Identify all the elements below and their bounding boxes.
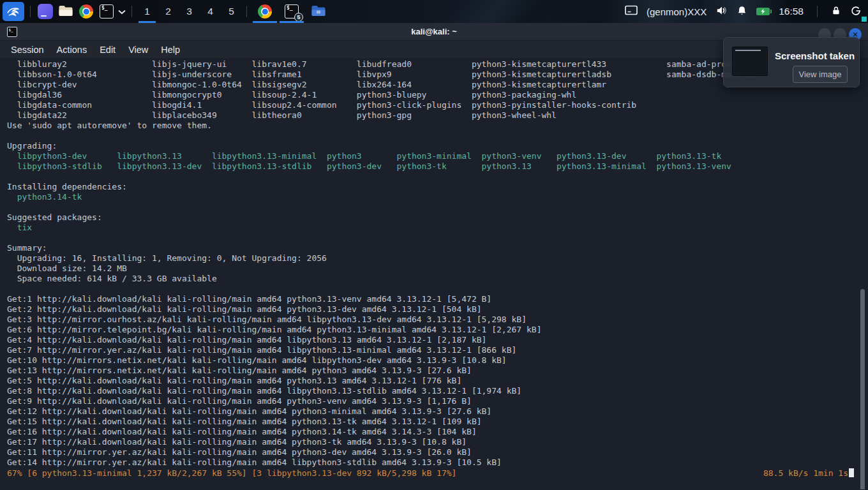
terminal-line: Get:11 http://mirror.yer.az/kali kali-ro… (0, 447, 868, 457)
terminal-line: Get:7 http://mirror.yer.az/kali kali-rol… (0, 345, 868, 355)
panel-right: (genmon)XXX 16:58 (625, 0, 868, 23)
menu-edit[interactable]: Edit (94, 43, 121, 57)
panel-separator (30, 6, 31, 17)
terminal-lines: libbluray2 libjs-jquery-ui librav1e0.7 l… (0, 59, 868, 468)
terminal-line: libgdal36 libmongocrypt0 libsoup-2.4-1 p… (0, 90, 868, 100)
terminal-line: libgdata22 libplacebo349 libtheora0 pyth… (0, 110, 868, 121)
terminal-line: Download size: 14.2 MB (0, 264, 868, 274)
taskbar-item-terminal[interactable]: 5 (278, 0, 305, 23)
terminal-line: Get:2 http://kali.download/kali kali-rol… (0, 304, 868, 315)
taskbar-item-files[interactable] (305, 0, 332, 23)
screenshot-notification[interactable]: Screenshot taken View image (723, 37, 860, 87)
workspace-3[interactable]: 3 (179, 0, 200, 23)
panel-separator (817, 6, 818, 17)
terminal-line: Get:9 http://kali.download/kali kali-rol… (0, 396, 868, 406)
workspace-1[interactable]: 1 (137, 0, 158, 23)
terminal-line: Get:13 http://mirrors.netix.net/kali kal… (0, 366, 868, 376)
terminal-line: tix (0, 223, 868, 233)
terminal-line: Use 'sudo apt autoremove' to remove them… (0, 121, 868, 131)
window-count-badge: 5 (294, 13, 303, 22)
terminal-line: Upgrading: 16, Installing: 1, Removing: … (0, 253, 868, 264)
download-progress-line: 67% [6 python3.13-minimal 1,237 kB/2,267… (0, 468, 868, 478)
chrome-icon (258, 4, 272, 19)
notifications-button[interactable] (737, 0, 747, 23)
terminal-line: Get:5 http://kali.download/kali kali-rol… (0, 376, 868, 386)
terminal-line: Get:10 http://mirrors.netix.net/kali kal… (0, 355, 868, 366)
kali-menu-button[interactable] (3, 2, 24, 21)
workspace-2[interactable]: 2 (158, 0, 179, 23)
panel-separator (131, 6, 132, 17)
top-panel: 1 2 3 4 5 5 (0, 0, 868, 23)
terminal-window: kali@kali: ~ ✕ Session Actions Edit View… (0, 23, 868, 490)
progress-speed-eta: 88.5 kB/s 1min 1s (763, 468, 848, 478)
launcher-terminal[interactable] (96, 0, 117, 23)
battery-charging-icon (756, 8, 770, 15)
menu-help[interactable]: Help (155, 43, 186, 57)
kali-logo-icon (6, 4, 20, 20)
terminal-icon (100, 4, 114, 19)
terminal-line (0, 131, 868, 141)
view-image-button[interactable]: View image (793, 66, 848, 83)
terminal-launcher-dropdown[interactable] (117, 0, 127, 23)
genmon-label: (genmon)XXX (647, 6, 707, 17)
launcher-purple-app[interactable] (35, 0, 56, 23)
chrome-icon (79, 4, 93, 19)
terminal-line: libpython3-dev libpython3.13 libpython3.… (0, 151, 868, 161)
speaker-icon (715, 4, 728, 19)
volume-button[interactable] (715, 0, 728, 23)
terminal-line (0, 284, 868, 294)
taskbar-item-chrome[interactable] (251, 0, 278, 23)
lock-screen-button[interactable] (831, 0, 841, 23)
logout-button[interactable] (850, 0, 862, 23)
terminal-line: Get:8 http://kali.download/kali kali-rol… (0, 386, 868, 396)
menu-actions[interactable]: Actions (51, 43, 93, 57)
terminal-line (0, 172, 868, 182)
launcher-chrome[interactable] (76, 0, 96, 23)
panel-left: 1 2 3 4 5 5 (0, 0, 332, 23)
terminal-line (0, 202, 868, 212)
terminal-line: Get:16 http://kali.download/kali kali-ro… (0, 427, 868, 437)
bell-icon (737, 5, 747, 19)
terminal-line: Get:17 http://kali.download/kali kali-ro… (0, 437, 868, 447)
window-taskbar: 5 (251, 0, 332, 23)
terminal-line: Suggested packages: (0, 212, 868, 223)
blue-folder-icon (311, 4, 326, 19)
terminal-line: Get:12 http://kali.download/kali kali-ro… (0, 406, 868, 417)
terminal-line: python3.14-tk (0, 192, 868, 202)
terminal-line: Get:6 http://mirror.telepoint.bg/kali ka… (0, 325, 868, 335)
workspace-5[interactable]: 5 (221, 0, 242, 23)
terminal-line: Upgrading: (0, 141, 868, 151)
launcher-file-manager[interactable] (56, 0, 76, 23)
terminal-line: libpython3-stdlib libpython3.13-dev libp… (0, 161, 868, 172)
terminal-line: Get:15 http://kali.download/kali kali-ro… (0, 417, 868, 427)
panel-separator (246, 6, 247, 17)
window-title: kali@kali: ~ (0, 27, 868, 36)
progress-text-left: 67% [6 python3.13-minimal 1,237 kB/2,267… (7, 468, 456, 478)
menu-view[interactable]: View (123, 43, 154, 57)
chevron-down-icon (118, 7, 126, 17)
terminal-line (0, 233, 868, 243)
terminal-scrollbar[interactable] (860, 289, 865, 489)
workspace-switcher: 1 2 3 4 5 (137, 0, 242, 23)
terminal-line: Summary: (0, 243, 868, 253)
logout-icon (850, 5, 862, 19)
battery-indicator[interactable] (756, 0, 770, 23)
clock: 16:58 (779, 6, 804, 17)
purple-app-icon (38, 4, 53, 19)
terminal-line: Space needed: 614 kB / 33.3 GB available (0, 274, 868, 284)
menu-session[interactable]: Session (5, 43, 50, 57)
terminal-line: Get:4 http://kali.download/kali kali-rol… (0, 335, 868, 345)
terminal-line: libgdata-common libogdi4.1 libsoup2.4-co… (0, 100, 868, 110)
terminal-line: Get:3 http://mirror.ourhost.az/kali kali… (0, 315, 868, 325)
terminal-line: Installing dependencies: (0, 182, 868, 192)
workspace-4[interactable]: 4 (200, 0, 221, 23)
genmon-monitor-icon (625, 5, 638, 19)
desktop: 1 2 3 4 5 5 (0, 0, 868, 490)
lock-icon (831, 5, 841, 18)
terminal-line: Get:14 http://mirror.yer.az/kali kali-ro… (0, 457, 868, 468)
notification-title: Screenshot taken (775, 50, 855, 61)
terminal-output[interactable]: libbluray2 libjs-jquery-ui librav1e0.7 l… (0, 58, 868, 489)
screenshot-thumbnail (732, 47, 768, 76)
terminal-cursor (849, 468, 854, 477)
terminal-line: Get:1 http://kali.download/kali kali-rol… (0, 294, 868, 304)
